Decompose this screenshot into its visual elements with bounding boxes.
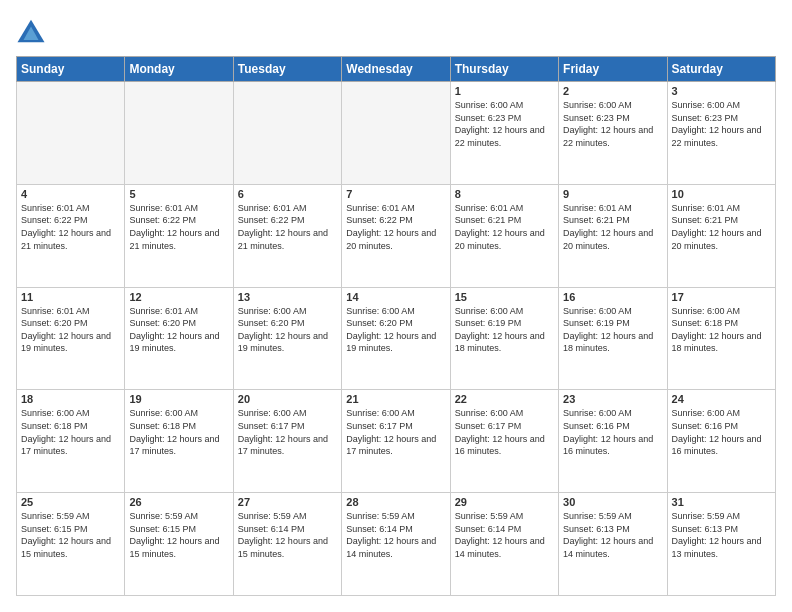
calendar-cell: 6Sunrise: 6:01 AMSunset: 6:22 PMDaylight… bbox=[233, 184, 341, 287]
day-number: 5 bbox=[129, 188, 228, 200]
week-row-2: 4Sunrise: 6:01 AMSunset: 6:22 PMDaylight… bbox=[17, 184, 776, 287]
calendar-cell: 19Sunrise: 6:00 AMSunset: 6:18 PMDayligh… bbox=[125, 390, 233, 493]
cell-info: Sunrise: 6:00 AMSunset: 6:20 PMDaylight:… bbox=[346, 305, 445, 355]
day-number: 30 bbox=[563, 496, 662, 508]
calendar-cell: 30Sunrise: 5:59 AMSunset: 6:13 PMDayligh… bbox=[559, 493, 667, 596]
day-header-friday: Friday bbox=[559, 57, 667, 82]
day-number: 27 bbox=[238, 496, 337, 508]
day-header-thursday: Thursday bbox=[450, 57, 558, 82]
week-row-3: 11Sunrise: 6:01 AMSunset: 6:20 PMDayligh… bbox=[17, 287, 776, 390]
day-number: 12 bbox=[129, 291, 228, 303]
calendar-cell: 2Sunrise: 6:00 AMSunset: 6:23 PMDaylight… bbox=[559, 82, 667, 185]
week-row-4: 18Sunrise: 6:00 AMSunset: 6:18 PMDayligh… bbox=[17, 390, 776, 493]
day-number: 11 bbox=[21, 291, 120, 303]
cell-info: Sunrise: 6:01 AMSunset: 6:22 PMDaylight:… bbox=[129, 202, 228, 252]
cell-info: Sunrise: 6:01 AMSunset: 6:21 PMDaylight:… bbox=[672, 202, 771, 252]
calendar-cell bbox=[233, 82, 341, 185]
day-number: 15 bbox=[455, 291, 554, 303]
calendar-cell: 1Sunrise: 6:00 AMSunset: 6:23 PMDaylight… bbox=[450, 82, 558, 185]
calendar-cell: 22Sunrise: 6:00 AMSunset: 6:17 PMDayligh… bbox=[450, 390, 558, 493]
day-number: 23 bbox=[563, 393, 662, 405]
logo-icon bbox=[16, 16, 46, 46]
cell-info: Sunrise: 6:01 AMSunset: 6:22 PMDaylight:… bbox=[238, 202, 337, 252]
cell-info: Sunrise: 6:00 AMSunset: 6:23 PMDaylight:… bbox=[672, 99, 771, 149]
day-number: 6 bbox=[238, 188, 337, 200]
day-number: 14 bbox=[346, 291, 445, 303]
day-number: 10 bbox=[672, 188, 771, 200]
day-header-sunday: Sunday bbox=[17, 57, 125, 82]
calendar-cell: 4Sunrise: 6:01 AMSunset: 6:22 PMDaylight… bbox=[17, 184, 125, 287]
page: SundayMondayTuesdayWednesdayThursdayFrid… bbox=[0, 0, 792, 612]
cell-info: Sunrise: 6:00 AMSunset: 6:17 PMDaylight:… bbox=[346, 407, 445, 457]
calendar-cell: 24Sunrise: 6:00 AMSunset: 6:16 PMDayligh… bbox=[667, 390, 775, 493]
day-header-wednesday: Wednesday bbox=[342, 57, 450, 82]
cell-info: Sunrise: 5:59 AMSunset: 6:14 PMDaylight:… bbox=[238, 510, 337, 560]
cell-info: Sunrise: 5:59 AMSunset: 6:14 PMDaylight:… bbox=[455, 510, 554, 560]
calendar-cell: 31Sunrise: 5:59 AMSunset: 6:13 PMDayligh… bbox=[667, 493, 775, 596]
calendar-cell: 17Sunrise: 6:00 AMSunset: 6:18 PMDayligh… bbox=[667, 287, 775, 390]
calendar-cell: 11Sunrise: 6:01 AMSunset: 6:20 PMDayligh… bbox=[17, 287, 125, 390]
cell-info: Sunrise: 5:59 AMSunset: 6:14 PMDaylight:… bbox=[346, 510, 445, 560]
day-number: 29 bbox=[455, 496, 554, 508]
calendar-cell: 28Sunrise: 5:59 AMSunset: 6:14 PMDayligh… bbox=[342, 493, 450, 596]
day-number: 17 bbox=[672, 291, 771, 303]
header-row: SundayMondayTuesdayWednesdayThursdayFrid… bbox=[17, 57, 776, 82]
day-number: 25 bbox=[21, 496, 120, 508]
calendar-body: 1Sunrise: 6:00 AMSunset: 6:23 PMDaylight… bbox=[17, 82, 776, 596]
cell-info: Sunrise: 5:59 AMSunset: 6:13 PMDaylight:… bbox=[672, 510, 771, 560]
cell-info: Sunrise: 6:00 AMSunset: 6:19 PMDaylight:… bbox=[455, 305, 554, 355]
cell-info: Sunrise: 6:01 AMSunset: 6:21 PMDaylight:… bbox=[563, 202, 662, 252]
cell-info: Sunrise: 6:00 AMSunset: 6:17 PMDaylight:… bbox=[238, 407, 337, 457]
day-number: 8 bbox=[455, 188, 554, 200]
cell-info: Sunrise: 6:00 AMSunset: 6:18 PMDaylight:… bbox=[129, 407, 228, 457]
day-header-saturday: Saturday bbox=[667, 57, 775, 82]
cell-info: Sunrise: 5:59 AMSunset: 6:15 PMDaylight:… bbox=[21, 510, 120, 560]
day-number: 1 bbox=[455, 85, 554, 97]
cell-info: Sunrise: 5:59 AMSunset: 6:13 PMDaylight:… bbox=[563, 510, 662, 560]
calendar-cell bbox=[342, 82, 450, 185]
calendar-header: SundayMondayTuesdayWednesdayThursdayFrid… bbox=[17, 57, 776, 82]
cell-info: Sunrise: 6:00 AMSunset: 6:17 PMDaylight:… bbox=[455, 407, 554, 457]
calendar-cell: 15Sunrise: 6:00 AMSunset: 6:19 PMDayligh… bbox=[450, 287, 558, 390]
calendar-cell: 5Sunrise: 6:01 AMSunset: 6:22 PMDaylight… bbox=[125, 184, 233, 287]
cell-info: Sunrise: 6:00 AMSunset: 6:19 PMDaylight:… bbox=[563, 305, 662, 355]
day-number: 28 bbox=[346, 496, 445, 508]
day-header-tuesday: Tuesday bbox=[233, 57, 341, 82]
cell-info: Sunrise: 6:00 AMSunset: 6:23 PMDaylight:… bbox=[563, 99, 662, 149]
calendar-cell: 12Sunrise: 6:01 AMSunset: 6:20 PMDayligh… bbox=[125, 287, 233, 390]
calendar-cell: 3Sunrise: 6:00 AMSunset: 6:23 PMDaylight… bbox=[667, 82, 775, 185]
calendar-cell: 25Sunrise: 5:59 AMSunset: 6:15 PMDayligh… bbox=[17, 493, 125, 596]
cell-info: Sunrise: 6:01 AMSunset: 6:21 PMDaylight:… bbox=[455, 202, 554, 252]
calendar-cell: 8Sunrise: 6:01 AMSunset: 6:21 PMDaylight… bbox=[450, 184, 558, 287]
cell-info: Sunrise: 6:00 AMSunset: 6:16 PMDaylight:… bbox=[563, 407, 662, 457]
cell-info: Sunrise: 6:00 AMSunset: 6:16 PMDaylight:… bbox=[672, 407, 771, 457]
calendar-cell: 16Sunrise: 6:00 AMSunset: 6:19 PMDayligh… bbox=[559, 287, 667, 390]
day-number: 2 bbox=[563, 85, 662, 97]
day-header-monday: Monday bbox=[125, 57, 233, 82]
day-number: 20 bbox=[238, 393, 337, 405]
day-number: 13 bbox=[238, 291, 337, 303]
logo bbox=[16, 16, 50, 46]
day-number: 16 bbox=[563, 291, 662, 303]
cell-info: Sunrise: 6:01 AMSunset: 6:20 PMDaylight:… bbox=[129, 305, 228, 355]
day-number: 9 bbox=[563, 188, 662, 200]
cell-info: Sunrise: 6:00 AMSunset: 6:18 PMDaylight:… bbox=[21, 407, 120, 457]
day-number: 22 bbox=[455, 393, 554, 405]
calendar-cell: 7Sunrise: 6:01 AMSunset: 6:22 PMDaylight… bbox=[342, 184, 450, 287]
day-number: 24 bbox=[672, 393, 771, 405]
calendar-cell: 26Sunrise: 5:59 AMSunset: 6:15 PMDayligh… bbox=[125, 493, 233, 596]
cell-info: Sunrise: 6:00 AMSunset: 6:20 PMDaylight:… bbox=[238, 305, 337, 355]
calendar-cell: 9Sunrise: 6:01 AMSunset: 6:21 PMDaylight… bbox=[559, 184, 667, 287]
calendar-cell: 27Sunrise: 5:59 AMSunset: 6:14 PMDayligh… bbox=[233, 493, 341, 596]
day-number: 21 bbox=[346, 393, 445, 405]
calendar-cell: 14Sunrise: 6:00 AMSunset: 6:20 PMDayligh… bbox=[342, 287, 450, 390]
calendar-cell: 29Sunrise: 5:59 AMSunset: 6:14 PMDayligh… bbox=[450, 493, 558, 596]
day-number: 19 bbox=[129, 393, 228, 405]
day-number: 4 bbox=[21, 188, 120, 200]
calendar-cell: 10Sunrise: 6:01 AMSunset: 6:21 PMDayligh… bbox=[667, 184, 775, 287]
header bbox=[16, 16, 776, 46]
calendar-cell: 13Sunrise: 6:00 AMSunset: 6:20 PMDayligh… bbox=[233, 287, 341, 390]
cell-info: Sunrise: 5:59 AMSunset: 6:15 PMDaylight:… bbox=[129, 510, 228, 560]
day-number: 3 bbox=[672, 85, 771, 97]
calendar: SundayMondayTuesdayWednesdayThursdayFrid… bbox=[16, 56, 776, 596]
